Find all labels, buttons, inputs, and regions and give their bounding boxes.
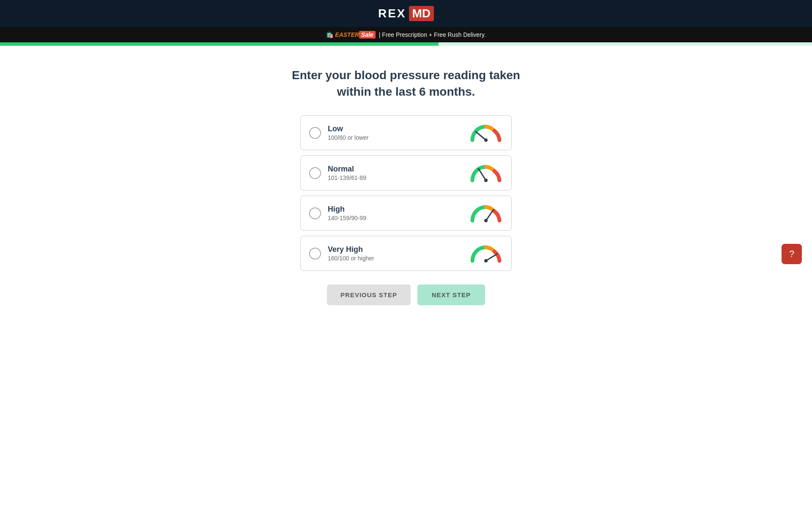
- option-low-sublabel: 100/60 or lower: [328, 134, 369, 141]
- option-normal[interactable]: Normal 101-139/61-89: [300, 155, 512, 190]
- svg-point-3: [484, 179, 488, 182]
- option-very-high-label: Very High: [328, 245, 374, 254]
- option-very-high-sublabel: 160/100 or higher: [328, 255, 374, 262]
- option-high-sublabel: 140-159/90-99: [328, 215, 366, 221]
- option-very-high[interactable]: Very High 160/100 or higher: [300, 236, 512, 271]
- radio-normal[interactable]: [309, 167, 321, 179]
- svg-point-5: [484, 219, 488, 222]
- option-high-label: High: [328, 205, 366, 214]
- next-step-button[interactable]: NEXT STEP: [417, 284, 485, 305]
- radio-high[interactable]: [309, 207, 321, 219]
- buttons-row: PREVIOUS STEP NEXT STEP: [327, 284, 485, 305]
- option-low-left: Low 100/60 or lower: [309, 124, 369, 141]
- gauge-normal: [469, 163, 503, 182]
- header: REX MD: [0, 0, 812, 27]
- svg-point-1: [484, 138, 488, 142]
- radio-low[interactable]: [309, 127, 321, 139]
- sale-label: Sale: [359, 31, 376, 39]
- logo-rex: REX: [378, 7, 406, 20]
- option-high-left: High 140-159/90-99: [309, 205, 366, 221]
- svg-line-4: [486, 210, 494, 221]
- main-content: Enter your blood pressure reading taken …: [0, 46, 812, 322]
- radio-very-high[interactable]: [309, 248, 321, 260]
- banner-separator: |: [379, 31, 381, 38]
- svg-point-7: [484, 259, 488, 262]
- progress-bar-container: [0, 42, 812, 46]
- option-normal-sublabel: 101-139/61-89: [328, 174, 366, 181]
- question-title: Enter your blood pressure reading taken …: [292, 67, 520, 100]
- option-normal-left: Normal 101-139/61-89: [309, 165, 366, 181]
- promo-text: Free Prescription + Free Rush Delivery.: [382, 31, 486, 38]
- option-very-high-text: Very High 160/100 or higher: [328, 245, 374, 262]
- logo-md: MD: [409, 6, 434, 21]
- option-low-text: Low 100/60 or lower: [328, 124, 369, 141]
- option-high-text: High 140-159/90-99: [328, 205, 366, 221]
- easter-label: EASTER: [335, 31, 359, 38]
- previous-step-button[interactable]: PREVIOUS STEP: [327, 284, 411, 305]
- promo-banner: 🛍️ EASTERSale | Free Prescription + Free…: [0, 27, 812, 42]
- option-low-label: Low: [328, 124, 369, 133]
- option-normal-text: Normal 101-139/61-89: [328, 165, 366, 181]
- gauge-very-high: [469, 244, 503, 263]
- option-low[interactable]: Low 100/60 or lower: [300, 115, 512, 150]
- gauge-high: [469, 204, 503, 223]
- option-very-high-left: Very High 160/100 or higher: [309, 245, 374, 262]
- svg-line-6: [486, 254, 497, 261]
- help-button[interactable]: ?: [782, 244, 802, 264]
- option-normal-label: Normal: [328, 165, 366, 174]
- svg-line-0: [476, 132, 486, 140]
- svg-line-2: [478, 168, 486, 180]
- options-container: Low 100/60 or lower: [300, 115, 512, 271]
- option-high[interactable]: High 140-159/90-99: [300, 196, 512, 231]
- gauge-low: [469, 123, 503, 142]
- progress-bar-fill: [0, 42, 439, 46]
